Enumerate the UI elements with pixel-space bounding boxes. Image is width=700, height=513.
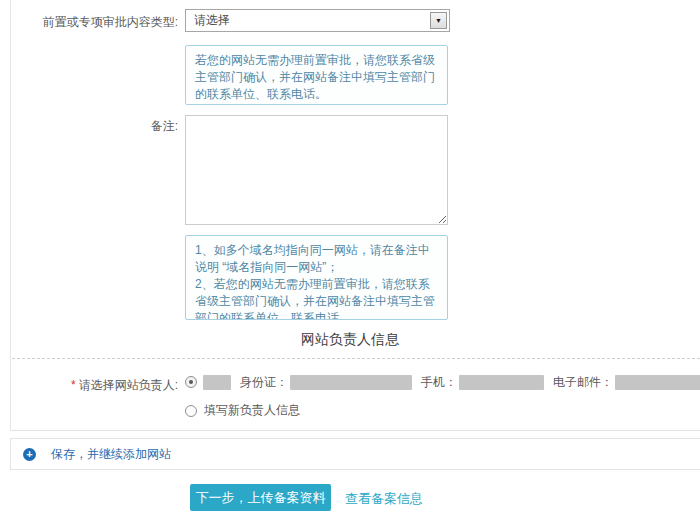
view-filing-link[interactable]: 查看备案信息: [345, 490, 423, 508]
plus-icon: +: [23, 448, 36, 461]
existing-owner-radio[interactable]: [185, 376, 197, 388]
remark-tip-line-1: 1、如多个域名均指向同一网站，请在备注中说明 “域名指向同一网站”；: [195, 242, 438, 276]
existing-owner-row: 身份证： 手机： 电子邮件：: [185, 374, 700, 390]
owner-name-redacted: [203, 375, 231, 390]
new-owner-radio[interactable]: [185, 405, 197, 417]
chevron-down-icon: ▼: [435, 17, 442, 24]
id-card-label: 身份证：: [240, 374, 288, 391]
remark-textarea[interactable]: [185, 115, 448, 225]
remark-tip-line-2: 2、若您的网站无需办理前置审批，请您联系省级主管部门确认，并在网站备注中填写主管…: [195, 276, 438, 320]
new-owner-option-label[interactable]: 填写新负责人信息: [204, 402, 300, 419]
approval-type-label: 前置或专项审批内容类型:: [0, 15, 178, 29]
remark-label: 备注:: [0, 119, 178, 133]
approval-tip-text: 若您的网站无需办理前置审批，请您联系省级主管部门确认，并在网站备注中填写主管部门…: [195, 53, 435, 101]
owner-select-label: *请选择网站负责人:: [0, 378, 178, 392]
remark-tip-bubble: 1、如多个域名均指向同一网站，请在备注中说明 “域名指向同一网站”； 2、若您的…: [185, 235, 448, 320]
save-and-add-link[interactable]: 保存，并继续添加网站: [51, 446, 171, 463]
approval-type-selected-value: 请选择: [186, 10, 449, 31]
phone-redacted: [459, 375, 544, 390]
owner-section-title: 网站负责人信息: [0, 331, 700, 349]
section-divider: [12, 358, 700, 359]
owner-select-label-text: 请选择网站负责人:: [79, 378, 178, 392]
new-owner-row: 填写新负责人信息: [185, 402, 300, 419]
required-asterisk: *: [71, 378, 76, 392]
beian-website-form: 前置或专项审批内容类型: 请选择 ▼ 若您的网站无需办理前置审批，请您联系省级主…: [0, 0, 700, 513]
dropdown-button[interactable]: ▼: [430, 12, 447, 29]
phone-label: 手机：: [421, 374, 457, 391]
approval-tip-bubble: 若您的网站无需办理前置审批，请您联系省级主管部门确认，并在网站备注中填写主管部门…: [185, 45, 448, 105]
email-label: 电子邮件：: [553, 374, 613, 391]
approval-type-select[interactable]: 请选择 ▼: [185, 9, 450, 32]
id-card-redacted: [290, 375, 412, 390]
email-redacted: [615, 375, 700, 390]
next-step-button[interactable]: 下一步，上传备案资料: [190, 484, 331, 511]
save-and-add-bar[interactable]: + 保存，并继续添加网站: [10, 438, 700, 470]
